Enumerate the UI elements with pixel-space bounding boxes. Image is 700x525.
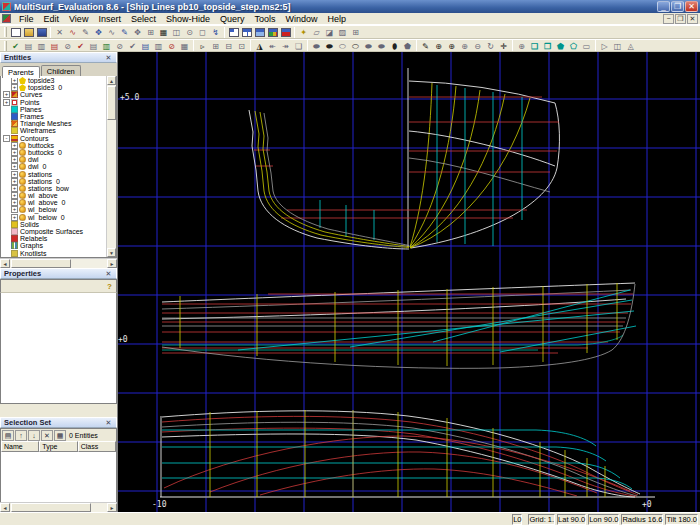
expander-icon[interactable]: + <box>11 185 18 192</box>
menu-item[interactable]: Edit <box>39 14 65 24</box>
tree-row[interactable]: + wl_above <box>1 192 106 199</box>
tree-row[interactable]: Wireframes <box>1 127 106 134</box>
prev-view-icon[interactable]: ↞ <box>266 40 279 52</box>
close-icon[interactable]: ✕ <box>104 269 113 278</box>
column-header[interactable]: Type <box>39 441 77 452</box>
scroll-thumb[interactable] <box>107 86 116 120</box>
hide-all-icon[interactable]: ⊘ <box>113 40 126 52</box>
select-window-icon[interactable]: ⊞ <box>209 40 222 52</box>
new-file-icon[interactable] <box>9 26 22 38</box>
copy-view-icon[interactable]: ❏ <box>528 40 541 52</box>
expander-icon[interactable]: + <box>11 149 18 156</box>
scroll-left-icon[interactable]: ◄ <box>0 503 10 512</box>
menu-item[interactable]: File <box>14 14 39 24</box>
tree-row[interactable]: Solids <box>1 221 106 228</box>
annotate-icon[interactable]: ◫ <box>611 40 624 52</box>
expander-icon[interactable]: + <box>3 91 10 98</box>
view-home-icon[interactable]: ⬟ <box>401 40 414 52</box>
expander-icon[interactable] <box>3 106 10 113</box>
view-back-icon[interactable]: ⬬ <box>375 40 388 52</box>
window-render-view-icon[interactable] <box>279 26 292 38</box>
toggle-wireframe-icon[interactable]: ✔ <box>126 40 139 52</box>
expander-icon[interactable] <box>3 228 10 235</box>
expander-icon[interactable]: + <box>11 163 18 170</box>
expander-icon[interactable]: - <box>3 135 10 142</box>
expander-icon[interactable] <box>3 120 10 127</box>
entities-hscrollbar[interactable]: ◄ ► <box>0 258 117 268</box>
surface-tool-icon[interactable]: ◫ <box>170 26 183 38</box>
point-tool-icon[interactable]: ∿ <box>66 26 79 38</box>
toggle-grid-icon[interactable]: ⊘ <box>165 40 178 52</box>
tree-row[interactable]: + dwl_0 <box>1 163 106 170</box>
expander-icon[interactable] <box>3 250 10 257</box>
tree-row[interactable]: + stations <box>1 170 106 177</box>
drawing-viewport[interactable]: +5.0 +0 -10 +0 <box>118 52 700 512</box>
tangent-tool-icon[interactable]: ◻ <box>196 26 209 38</box>
rotate-view-icon[interactable]: ↻ <box>484 40 497 52</box>
open-file-icon[interactable] <box>22 26 35 38</box>
play-icon[interactable]: ▷ <box>598 40 611 52</box>
nudge-icon[interactable]: ◮ <box>253 40 266 52</box>
close-window-icon[interactable]: ❏ <box>292 40 305 52</box>
expander-icon[interactable] <box>3 235 10 242</box>
shaded-view-icon[interactable]: ⊕ <box>515 40 528 52</box>
expander-icon[interactable] <box>3 242 10 249</box>
column-header[interactable]: Class <box>78 441 116 452</box>
view-right-icon[interactable]: ⬭ <box>349 40 362 52</box>
tree-row[interactable]: + wl_above_0 <box>1 199 106 206</box>
expander-icon[interactable]: + <box>11 192 18 199</box>
array-entity-icon[interactable]: ⊞ <box>349 26 362 38</box>
scroll-thumb[interactable] <box>11 259 71 268</box>
tree-row[interactable]: + Curves <box>1 91 106 98</box>
tree-row[interactable]: Frames <box>1 113 106 120</box>
menu-item[interactable]: Show-Hide <box>161 14 215 24</box>
clear-selection-icon[interactable]: ▦ <box>54 430 66 441</box>
tree-row[interactable]: Triangle Meshes <box>1 120 106 127</box>
expander-icon[interactable]: + <box>11 84 18 91</box>
window-tile-icon[interactable] <box>240 26 253 38</box>
tree-row[interactable]: + stations_0 <box>1 178 106 185</box>
help-icon[interactable]: ? <box>105 282 114 291</box>
scroll-right-icon[interactable]: ► <box>107 259 117 268</box>
tree-row[interactable]: + Points <box>1 99 106 106</box>
expander-icon[interactable]: + <box>11 178 18 185</box>
show-all-icon[interactable]: ✔ <box>9 40 22 52</box>
close-icon[interactable]: ✕ <box>104 53 113 62</box>
texture-icon[interactable]: ⬠ <box>567 40 580 52</box>
bead-tool-icon[interactable]: ∿ <box>105 26 118 38</box>
show-points-icon[interactable]: ▤ <box>22 40 35 52</box>
expander-icon[interactable] <box>3 127 10 134</box>
view-bottom-icon[interactable]: ⬬ <box>323 40 336 52</box>
mdi-minimize-button[interactable]: − <box>663 14 674 24</box>
window-shaded-view-icon[interactable] <box>266 26 279 38</box>
tree-row[interactable]: + buttocks <box>1 142 106 149</box>
expander-icon[interactable] <box>3 113 10 120</box>
scroll-left-icon[interactable]: ◄ <box>0 259 10 268</box>
toggle-contours-icon[interactable]: ▥ <box>152 40 165 52</box>
menu-item[interactable]: Window <box>280 14 322 24</box>
selection-list-icon[interactable]: ▤ <box>2 430 14 441</box>
deselect-icon[interactable]: ⊟ <box>222 40 235 52</box>
tree-row[interactable]: Composite Surfaces <box>1 228 106 235</box>
expander-icon[interactable]: + <box>11 142 18 149</box>
curve-tool-icon[interactable]: ✎ <box>79 26 92 38</box>
tree-row[interactable]: + topside3 <box>1 77 106 84</box>
remove-item-icon[interactable]: ✕ <box>41 430 53 441</box>
expander-icon[interactable]: + <box>3 99 10 106</box>
select-all-icon[interactable]: ⊡ <box>235 40 248 52</box>
normal-tool-icon[interactable]: ↯ <box>209 26 222 38</box>
scroll-up-icon[interactable]: ▲ <box>107 76 116 85</box>
show-curves-icon[interactable]: ▥ <box>35 40 48 52</box>
background-icon[interactable]: ▭ <box>580 40 593 52</box>
zoom-out-icon[interactable]: ⊖ <box>471 40 484 52</box>
show-labels-icon[interactable]: ▤ <box>87 40 100 52</box>
expander-icon[interactable]: + <box>11 214 18 221</box>
solid-view-icon[interactable]: ❒ <box>541 40 554 52</box>
tree-row[interactable]: Graphs <box>1 242 106 249</box>
expander-icon[interactable]: + <box>11 206 18 213</box>
menu-item[interactable]: Select <box>126 14 161 24</box>
insert-entity-icon[interactable]: ✦ <box>297 26 310 38</box>
tab[interactable]: Parents <box>2 66 40 78</box>
tree-row[interactable]: Planes <box>1 106 106 113</box>
scroll-thumb[interactable] <box>11 503 91 512</box>
